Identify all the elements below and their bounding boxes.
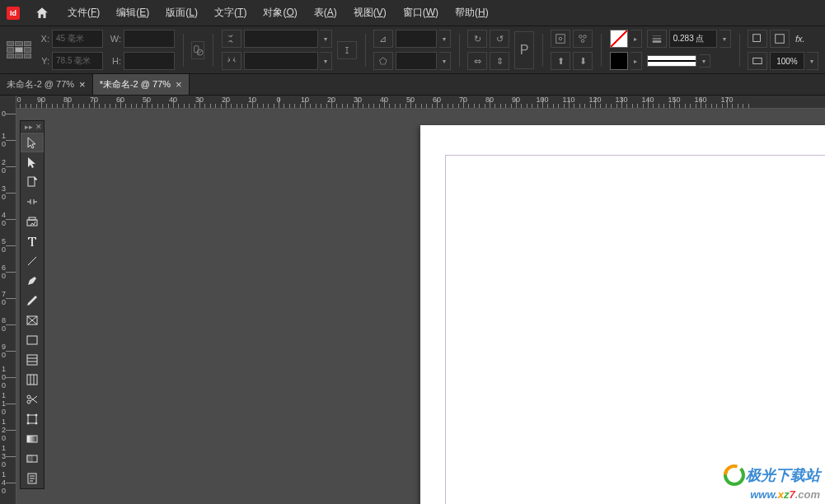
h-input[interactable]: [124, 52, 175, 70]
svg-rect-25: [27, 375, 37, 385]
no-print-icon[interactable]: [191, 41, 204, 59]
stroke-weight-input[interactable]: 0.283 点: [669, 30, 717, 48]
reference-point[interactable]: [7, 41, 31, 59]
flip-horizontal-button[interactable]: ⇔: [467, 52, 487, 70]
note-tool[interactable]: [21, 469, 44, 488]
rectangle-frame-tool[interactable]: [21, 310, 44, 330]
rotate-cw-button[interactable]: ↻: [467, 30, 487, 48]
rotate-icon[interactable]: ⊿: [373, 30, 393, 48]
document-tabs: 未命名-2 @ 77%×*未命名-2 @ 77%×: [0, 74, 825, 96]
ruler-origin[interactable]: [0, 96, 16, 109]
zoom-dropdown[interactable]: ▾: [807, 52, 818, 70]
svg-point-33: [27, 414, 29, 416]
ruler-horizontal: 1009080706050403020100102030405060708090…: [0, 96, 825, 109]
svg-rect-21: [27, 336, 37, 344]
svg-point-28: [27, 395, 30, 399]
tools-panel: ▸▸ ✕: [20, 120, 45, 489]
svg-point-29: [27, 400, 30, 404]
paragraph-style-icon[interactable]: P: [514, 31, 534, 69]
pen-tool[interactable]: [21, 271, 44, 291]
shear-input[interactable]: [396, 52, 437, 70]
menu-f[interactable]: 文件(F): [59, 2, 108, 23]
shear-icon[interactable]: ⬠: [373, 52, 393, 70]
pencil-tool[interactable]: [21, 291, 44, 310]
scale-x-dropdown[interactable]: ▾: [321, 30, 332, 48]
gradient-swatch-tool[interactable]: [21, 429, 44, 449]
link-scale-icon[interactable]: [337, 41, 357, 59]
text-wrap-button[interactable]: [770, 30, 790, 48]
svg-rect-39: [27, 455, 32, 462]
flip-v-button[interactable]: [222, 52, 241, 70]
stroke-style-preview[interactable]: [647, 55, 696, 67]
x-input[interactable]: 45 毫米: [52, 30, 103, 48]
tools-panel-header[interactable]: ▸▸ ✕: [21, 121, 44, 133]
tab-close-icon[interactable]: ×: [176, 78, 182, 91]
corner-option-button[interactable]: [748, 30, 767, 48]
scale-x-input[interactable]: [244, 30, 318, 48]
line-tool[interactable]: [21, 251, 44, 271]
flip-vertical-button[interactable]: ⇕: [490, 52, 509, 70]
menu-w[interactable]: 窗口(W): [395, 2, 447, 23]
menu-a[interactable]: 表(A): [306, 2, 345, 23]
free-transform-tool[interactable]: [21, 409, 44, 429]
w-label: W:: [108, 34, 121, 44]
scale-y-dropdown[interactable]: ▾: [321, 52, 332, 70]
menu-e[interactable]: 编辑(E): [108, 2, 157, 23]
menu-bar: Id 文件(F)编辑(E)版面(L)文字(T)对象(O)表(A)视图(V)窗口(…: [0, 0, 825, 26]
selection-tool[interactable]: [21, 133, 44, 152]
y-input[interactable]: 78.5 毫米: [52, 52, 103, 70]
svg-point-34: [35, 414, 37, 416]
stroke-style-dropdown[interactable]: ▾: [699, 54, 710, 68]
direct-selection-tool[interactable]: [21, 152, 44, 172]
svg-line-2: [198, 50, 202, 54]
select-prev-button[interactable]: ⬆: [551, 52, 570, 70]
svg-point-35: [27, 422, 29, 424]
menu-h[interactable]: 帮助(H): [447, 2, 497, 23]
home-icon[interactable]: [35, 6, 49, 21]
gap-tool[interactable]: [21, 192, 44, 212]
page: [420, 125, 825, 504]
menu-l[interactable]: 版面(L): [157, 2, 206, 23]
flip-h-button[interactable]: [222, 30, 241, 48]
shear-dropdown[interactable]: ▾: [439, 52, 451, 70]
type-tool[interactable]: [21, 231, 44, 251]
svg-rect-22: [27, 355, 37, 365]
rotation-dropdown[interactable]: ▾: [439, 30, 451, 48]
svg-rect-11: [753, 35, 761, 42]
columns-tool[interactable]: [21, 370, 44, 390]
gradient-feather-tool[interactable]: [21, 449, 44, 469]
fill-dropdown[interactable]: ▸: [630, 30, 642, 48]
tab-0[interactable]: 未命名-2 @ 77%×: [0, 74, 93, 95]
fill-swatch[interactable]: [610, 30, 628, 48]
stroke-weight-dropdown[interactable]: ▾: [720, 30, 731, 48]
stroke-swatch[interactable]: [610, 52, 628, 70]
stroke-dropdown[interactable]: ▸: [630, 52, 642, 70]
page-tool[interactable]: [21, 172, 44, 192]
select-content-button[interactable]: [573, 30, 593, 48]
menu-v[interactable]: 视图(V): [345, 2, 395, 23]
rotate-ccw-button[interactable]: ↺: [490, 30, 509, 48]
svg-rect-14: [28, 177, 35, 186]
svg-rect-37: [27, 436, 37, 442]
tab-1[interactable]: *未命名-2 @ 77%×: [93, 74, 190, 95]
canvas[interactable]: [16, 109, 825, 504]
row-tool[interactable]: [21, 350, 44, 370]
select-container-button[interactable]: [551, 30, 570, 48]
h-label: H:: [108, 56, 121, 66]
tab-close-icon[interactable]: ×: [79, 78, 86, 91]
scale-y-input[interactable]: [244, 52, 318, 70]
content-collector-tool[interactable]: [21, 212, 44, 231]
svg-point-7: [582, 40, 585, 43]
rotation-input[interactable]: [396, 30, 437, 48]
rectangle-tool[interactable]: [21, 330, 44, 350]
zoom-input[interactable]: 100%: [770, 52, 804, 70]
menu-t[interactable]: 文字(T): [206, 2, 255, 23]
scissors-tool[interactable]: [21, 390, 44, 409]
menu-o[interactable]: 对象(O): [255, 2, 305, 23]
zoom-icon: [748, 52, 767, 70]
w-input[interactable]: [124, 30, 175, 48]
svg-rect-3: [556, 35, 565, 44]
svg-rect-13: [753, 58, 762, 64]
control-bar: X: 45 毫米 Y: 78.5 毫米 W: H: ▾ ▾: [0, 26, 825, 74]
select-next-button[interactable]: ⬇: [573, 52, 593, 70]
